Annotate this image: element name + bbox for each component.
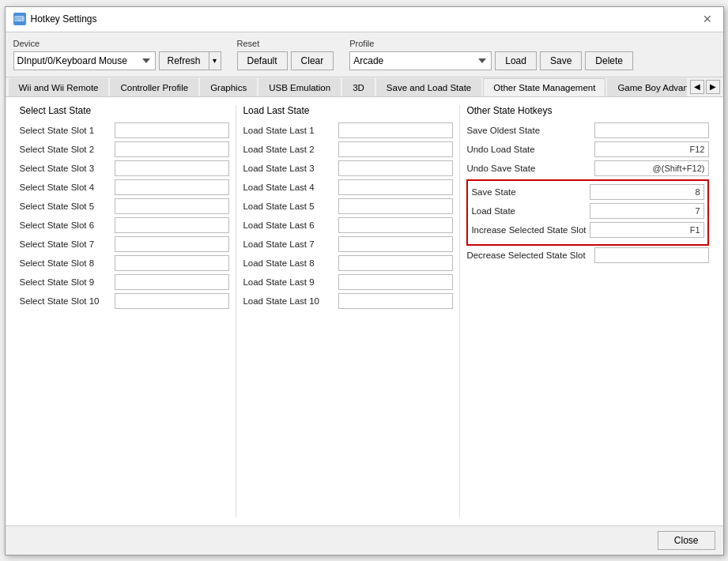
input-undo-load[interactable] <box>594 141 709 157</box>
label-select-slot-8: Select State Slot 8 <box>20 258 112 268</box>
label-select-slot-6: Select State Slot 6 <box>20 220 112 230</box>
load-button[interactable]: Load <box>495 51 537 70</box>
tab-3d[interactable]: 3D <box>342 78 375 96</box>
input-undo-save[interactable] <box>594 160 709 176</box>
reset-row: Default Clear <box>237 51 334 70</box>
tab-other[interactable]: Other State Management <box>483 78 605 96</box>
row-load-last-9: Load State Last 9 <box>243 274 453 290</box>
tab-gba[interactable]: Game Boy Advance <box>607 78 686 96</box>
tab-prev-button[interactable]: ◀ <box>690 80 704 94</box>
device-group: Device DInput/0/Keyboard Mouse Refresh ▾ <box>13 39 221 70</box>
label-load-last-4: Load State Last 4 <box>243 183 335 192</box>
refresh-arrow-button[interactable]: ▾ <box>209 51 221 70</box>
row-load-last-4: Load State Last 4 <box>243 179 453 195</box>
input-select-slot-4[interactable] <box>115 179 229 195</box>
input-select-slot-10[interactable] <box>115 293 229 309</box>
tabs: Wii and Wii Remote Controller Profile Gr… <box>9 77 687 96</box>
device-dropdown[interactable]: DInput/0/Keyboard Mouse <box>13 51 156 70</box>
input-load-last-2[interactable] <box>338 141 453 157</box>
tab-wii[interactable]: Wii and Wii Remote <box>9 78 109 96</box>
profile-group: Profile Arcade Default Load Save Delete <box>349 39 633 70</box>
refresh-button[interactable]: Refresh <box>159 51 209 70</box>
tab-nav: ◀ ▶ <box>690 80 720 94</box>
input-save-state[interactable] <box>590 184 704 200</box>
label-load-last-9: Load State Last 9 <box>243 277 335 287</box>
row-load-last-3: Load State Last 3 <box>243 160 453 176</box>
input-load-state[interactable] <box>590 203 704 219</box>
row-load-last-5: Load State Last 5 <box>243 198 453 214</box>
tab-next-button[interactable]: ▶ <box>706 80 720 94</box>
label-save-oldest: Save Oldest State <box>466 126 590 135</box>
reset-group: Reset Default Clear <box>237 39 334 70</box>
input-load-last-7[interactable] <box>338 236 453 252</box>
tabs-container: Wii and Wii Remote Controller Profile Gr… <box>6 77 723 97</box>
input-select-slot-3[interactable] <box>115 160 229 176</box>
label-load-last-2: Load State Last 2 <box>243 145 335 154</box>
input-select-slot-5[interactable] <box>115 198 229 214</box>
default-button[interactable]: Default <box>237 51 288 70</box>
row-load-last-6: Load State Last 6 <box>243 217 453 233</box>
row-select-slot-7: Select State Slot 7 <box>20 236 230 252</box>
tab-controller[interactable]: Controller Profile <box>110 78 198 96</box>
column-other-state: Other State Hotkeys Save Oldest State Un… <box>460 105 715 518</box>
input-select-slot-6[interactable] <box>115 217 229 233</box>
tab-graphics[interactable]: Graphics <box>200 78 257 96</box>
tab-usb[interactable]: USB Emulation <box>258 78 341 96</box>
row-select-slot-6: Select State Slot 6 <box>20 217 230 233</box>
row-increase-slot: Increase Selected State Slot <box>471 222 703 238</box>
input-load-last-3[interactable] <box>338 160 453 176</box>
delete-button[interactable]: Delete <box>585 51 633 70</box>
row-load-last-2: Load State Last 2 <box>243 141 453 157</box>
row-load-last-7: Load State Last 7 <box>243 236 453 252</box>
input-save-oldest[interactable] <box>594 122 709 138</box>
label-undo-save: Undo Save State <box>466 164 590 173</box>
label-load-last-5: Load State Last 5 <box>243 201 335 211</box>
label-load-last-8: Load State Last 8 <box>243 258 335 268</box>
col2-header: Load Last State <box>243 105 453 116</box>
input-select-slot-8[interactable] <box>115 255 229 271</box>
input-load-last-1[interactable] <box>338 122 453 138</box>
tab-save[interactable]: Save and Load State <box>376 78 481 96</box>
row-select-slot-8: Select State Slot 8 <box>20 255 230 271</box>
label-select-slot-1: Select State Slot 1 <box>20 126 112 135</box>
input-load-last-5[interactable] <box>338 198 453 214</box>
row-select-slot-1: Select State Slot 1 <box>20 122 230 138</box>
profile-label: Profile <box>349 39 633 48</box>
row-select-slot-5: Select State Slot 5 <box>20 198 230 214</box>
row-load-last-10: Load State Last 10 <box>243 293 453 309</box>
input-load-last-10[interactable] <box>338 293 453 309</box>
input-load-last-4[interactable] <box>338 179 453 195</box>
input-load-last-6[interactable] <box>338 217 453 233</box>
label-select-slot-2: Select State Slot 2 <box>20 145 112 154</box>
label-select-slot-3: Select State Slot 3 <box>20 164 112 173</box>
window-close-button[interactable]: ✕ <box>700 11 715 27</box>
row-select-slot-10: Select State Slot 10 <box>20 293 230 309</box>
label-load-last-6: Load State Last 6 <box>243 220 335 230</box>
row-undo-save: Undo Save State <box>466 160 708 176</box>
input-select-slot-1[interactable] <box>115 122 229 138</box>
row-save-state: Save State <box>471 184 703 200</box>
col1-header: Select Last State <box>20 105 230 116</box>
input-select-slot-7[interactable] <box>115 236 229 252</box>
content-area: Select Last State Select State Slot 1 Se… <box>6 97 723 525</box>
col3-header: Other State Hotkeys <box>466 105 708 116</box>
input-select-slot-9[interactable] <box>115 274 229 290</box>
input-increase-slot[interactable] <box>590 222 704 238</box>
footer: Close <box>6 525 723 555</box>
input-decrease-slot[interactable] <box>594 247 709 263</box>
close-footer-button[interactable]: Close <box>658 531 715 550</box>
clear-button[interactable]: Clear <box>291 51 334 70</box>
row-load-last-8: Load State Last 8 <box>243 255 453 271</box>
input-select-slot-2[interactable] <box>115 141 229 157</box>
title-bar-left: ⌨ Hotkey Settings <box>13 13 97 25</box>
save-button[interactable]: Save <box>540 51 582 70</box>
row-load-state: Load State <box>471 203 703 219</box>
label-load-last-3: Load State Last 3 <box>243 164 335 173</box>
input-load-last-9[interactable] <box>338 274 453 290</box>
label-load-state: Load State <box>471 206 586 216</box>
label-select-slot-9: Select State Slot 9 <box>20 277 112 287</box>
profile-dropdown[interactable]: Arcade Default <box>349 51 492 70</box>
title-bar: ⌨ Hotkey Settings ✕ <box>6 7 723 32</box>
window-icon: ⌨ <box>13 13 26 25</box>
input-load-last-8[interactable] <box>338 255 453 271</box>
